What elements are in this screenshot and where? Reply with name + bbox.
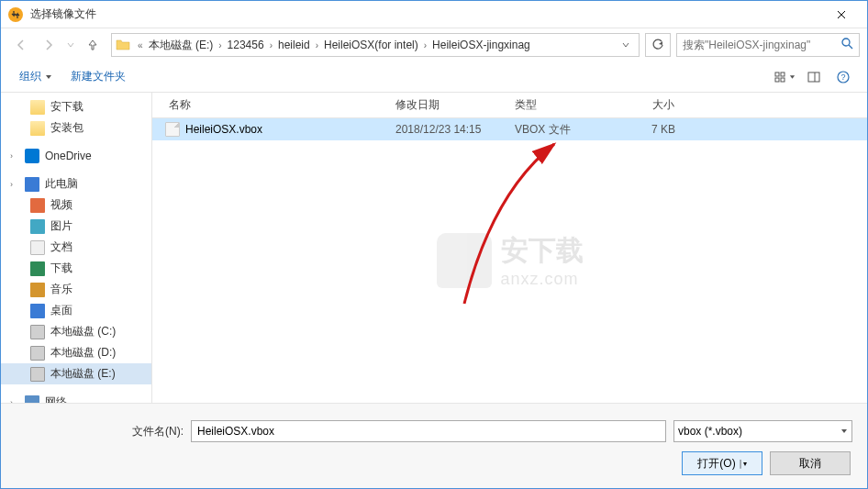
- sidebar-item[interactable]: ›网络: [1, 392, 151, 403]
- sidebar-item[interactable]: 图片: [1, 216, 151, 237]
- item-icon: [30, 198, 45, 213]
- item-icon: [30, 283, 45, 297]
- item-icon: [30, 100, 45, 115]
- filename-label: 文件名(N):: [121, 424, 184, 439]
- item-label: 此电脑: [45, 176, 78, 192]
- caret-icon: ›: [10, 180, 19, 189]
- item-icon: [25, 395, 39, 404]
- chevron-right-icon: ›: [314, 40, 320, 50]
- item-icon: [30, 304, 45, 318]
- sidebar-item[interactable]: 文档: [1, 237, 151, 258]
- organize-button[interactable]: 组织: [10, 65, 61, 88]
- item-icon: [30, 240, 45, 255]
- item-label: 网络: [45, 395, 67, 403]
- watermark-icon: [437, 233, 492, 288]
- breadcrumb-item[interactable]: HeileiOSX-jingxinag: [428, 39, 534, 51]
- item-label: 文档: [50, 239, 72, 255]
- breadcrumb-item[interactable]: heileid: [274, 39, 314, 51]
- column-size[interactable]: 大小: [611, 97, 694, 113]
- breadcrumb-item[interactable]: HeileiOSX(for intel): [320, 39, 422, 51]
- content-area: 名称 修改日期 类型 大小 HeileiOSX.vbox2018/12/23 1…: [152, 93, 867, 403]
- svg-rect-1: [775, 72, 779, 76]
- footer: 文件名(N): vbox (*.vbox) 打开(O) │▾ 取消: [1, 403, 867, 488]
- help-button[interactable]: ?: [829, 66, 858, 88]
- svg-rect-2: [781, 72, 785, 76]
- app-icon: [8, 7, 23, 22]
- file-size: 7 KB: [611, 123, 694, 136]
- item-label: 本地磁盘 (E:): [50, 366, 116, 382]
- sidebar-item[interactable]: 桌面: [1, 300, 151, 321]
- sidebar-item[interactable]: 安装包: [1, 117, 151, 139]
- back-button[interactable]: [8, 33, 34, 57]
- caret-icon: ›: [10, 151, 19, 161]
- item-icon: [25, 177, 39, 192]
- sidebar-item[interactable]: 下载: [1, 258, 151, 279]
- search-icon[interactable]: [841, 37, 853, 53]
- breadcrumb[interactable]: « 本地磁盘 (E:) › 123456 › heileid › HeileiO…: [111, 33, 640, 57]
- recent-dropdown[interactable]: [63, 33, 78, 57]
- sidebar-item[interactable]: 本地磁盘 (C:): [1, 321, 151, 342]
- item-label: 安装包: [50, 120, 83, 136]
- item-label: 音乐: [50, 282, 72, 297]
- item-icon: [30, 346, 45, 361]
- column-name[interactable]: 名称: [152, 97, 386, 113]
- chevron-right-icon: ›: [268, 40, 274, 50]
- column-date[interactable]: 修改日期: [386, 97, 506, 113]
- item-icon: [30, 367, 45, 382]
- search-input[interactable]: [683, 39, 841, 51]
- forward-button[interactable]: [36, 33, 61, 57]
- chevron-right-icon: ›: [422, 40, 428, 50]
- sidebar-item[interactable]: 安下载: [1, 96, 151, 117]
- new-folder-button[interactable]: 新建文件夹: [61, 65, 135, 88]
- file-dialog-window: 选择镜像文件 « 本地磁盘 (E:) › 123456 › heileid: [0, 0, 868, 489]
- file-date: 2018/12/23 14:15: [386, 123, 506, 136]
- breadcrumb-item[interactable]: 123456: [224, 39, 268, 51]
- item-label: 本地磁盘 (C:): [50, 324, 116, 339]
- dialog-body: 安下载安装包›OneDrive›此电脑视频图片文档下载音乐桌面本地磁盘 (C:)…: [1, 93, 867, 403]
- close-button[interactable]: [823, 2, 860, 28]
- file-list[interactable]: HeileiOSX.vbox2018/12/23 14:15VBOX 文件7 K…: [152, 118, 867, 403]
- navbar: « 本地磁盘 (E:) › 123456 › heileid › HeileiO…: [1, 28, 867, 61]
- sidebar-item[interactable]: 本地磁盘 (D:): [1, 342, 151, 363]
- search-box[interactable]: [676, 33, 860, 57]
- open-button[interactable]: 打开(O) │▾: [682, 451, 762, 475]
- sidebar-item[interactable]: 音乐: [1, 279, 151, 300]
- cancel-button[interactable]: 取消: [770, 451, 851, 475]
- watermark: 安下载 anxz.com: [437, 232, 584, 289]
- column-headers: 名称 修改日期 类型 大小: [152, 93, 867, 118]
- svg-text:?: ?: [840, 72, 845, 82]
- sidebar-item[interactable]: ›OneDrive: [1, 146, 151, 166]
- item-label: 图片: [50, 218, 72, 234]
- item-icon: [30, 219, 45, 234]
- column-type[interactable]: 类型: [506, 97, 611, 113]
- arrow-annotation: [446, 139, 611, 322]
- svg-rect-3: [775, 78, 779, 82]
- titlebar: 选择镜像文件: [1, 1, 867, 28]
- window-title: 选择镜像文件: [30, 6, 823, 22]
- filetype-select[interactable]: vbox (*.vbox): [673, 420, 852, 442]
- item-label: 安下载: [50, 99, 83, 115]
- sidebar-item[interactable]: 本地磁盘 (E:): [1, 363, 151, 384]
- file-icon: [165, 122, 180, 137]
- file-row[interactable]: HeileiOSX.vbox2018/12/23 14:15VBOX 文件7 K…: [152, 118, 867, 140]
- file-name: HeileiOSX.vbox: [185, 123, 262, 136]
- chevron-right-icon: ›: [217, 40, 223, 50]
- breadcrumb-dropdown[interactable]: [617, 39, 635, 51]
- up-button[interactable]: [80, 33, 106, 57]
- chevron-down-icon: │▾: [739, 460, 747, 468]
- item-icon: [30, 261, 45, 276]
- refresh-button[interactable]: [645, 33, 671, 57]
- breadcrumb-item[interactable]: 本地磁盘 (E:): [145, 38, 217, 53]
- item-label: 视频: [50, 197, 72, 213]
- item-label: 下载: [50, 261, 72, 276]
- view-options-button[interactable]: [770, 66, 799, 88]
- folder-icon: [116, 38, 132, 52]
- filename-input[interactable]: [191, 420, 666, 442]
- svg-rect-5: [808, 72, 819, 82]
- preview-pane-button[interactable]: [799, 66, 829, 88]
- item-icon: [25, 149, 39, 163]
- sidebar-item[interactable]: 视频: [1, 194, 151, 216]
- sidebar-item[interactable]: ›此电脑: [1, 173, 151, 194]
- item-label: OneDrive: [45, 150, 92, 162]
- item-label: 桌面: [50, 303, 72, 318]
